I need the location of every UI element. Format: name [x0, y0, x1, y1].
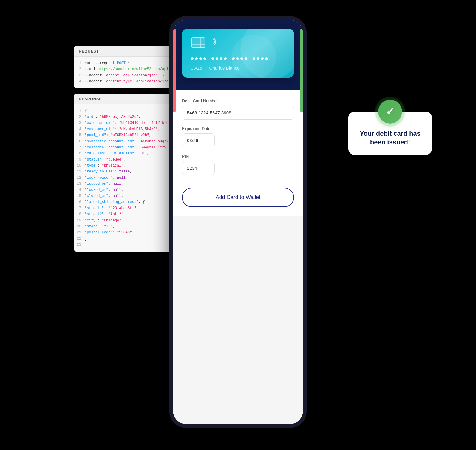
code-line: 15 "closed_at": null,	[76, 193, 185, 199]
dot	[195, 57, 198, 60]
dot-group-3	[232, 57, 247, 60]
code-line: 11 "ready_to_use": false,	[76, 169, 185, 175]
card-number-group: Debit Card Number	[182, 98, 294, 120]
dot	[253, 57, 255, 60]
dot	[236, 57, 239, 60]
code-line: 17 "street1": "123 Abc St.",	[76, 205, 185, 211]
dot	[211, 57, 214, 60]
dot	[216, 57, 218, 60]
code-line: 22 }	[76, 236, 185, 242]
left-indicator	[173, 29, 176, 112]
code-line: 2 "uid": "h9MzupcjtA3LPW2e",	[76, 114, 185, 120]
card-chip-row	[191, 37, 285, 48]
card-expiry: 03/26	[191, 65, 202, 70]
right-indicator	[300, 29, 303, 112]
form-section: Debit Card Number Expiration Date PIN Ad…	[173, 90, 303, 216]
card-number-dots	[191, 57, 285, 60]
expiry-group: Expiration Date	[182, 126, 294, 147]
success-title: Your debit card has been issued!	[356, 130, 425, 147]
card-footer: 03/26 Charles Bianco	[191, 65, 285, 70]
code-line: 9 "status": "queued",	[76, 157, 185, 163]
card-holder-name: Charles Bianco	[209, 65, 240, 70]
expiry-input[interactable]	[182, 133, 215, 147]
code-line: 1 curl --request POST \	[76, 60, 185, 66]
code-line: 21 "postal_code": "12345"	[76, 229, 185, 235]
dot	[203, 57, 206, 60]
code-line: 2 --url https://sandbox.newline53.com/ap…	[76, 66, 185, 72]
code-line: 18 "street2": "Apt 2",	[76, 211, 185, 217]
code-line: 13 "issued_on": null,	[76, 181, 185, 187]
add-card-to-wallet-button[interactable]: Add Card to Wallet	[182, 188, 294, 207]
code-line: 4 --header 'content-type: application/js…	[76, 78, 185, 84]
dot	[265, 57, 268, 60]
code-line: 3 --header 'accept: application/json' \	[76, 73, 185, 78]
code-line: 4 "customer_uid": "uKxmLxUEiSj5h4M3",	[76, 126, 185, 132]
code-line: 14 "locked_at": null,	[76, 187, 185, 193]
code-line: 7 "custodial_account_uid": "Gw4gr1T81Yrv…	[76, 144, 185, 150]
check-icon: ✓	[386, 105, 395, 118]
dot	[261, 57, 264, 60]
code-line: 6 "synthetic_account_uid": "4XkJnsfHsuqr…	[76, 138, 185, 144]
dot-group-2	[211, 57, 227, 60]
scene: REQUEST 1 curl --request POST \ 2 --url …	[74, 16, 402, 434]
debit-card: 03/26 Charles Bianco	[182, 29, 294, 78]
dot-group-1	[191, 57, 206, 60]
pin-label: PIN	[182, 154, 294, 159]
dot	[220, 57, 222, 60]
code-line: 3 "external_uid": "9b463440-deff-4ff2-bf…	[76, 120, 185, 126]
code-line: 8 "card_last_four_digits": null,	[76, 150, 185, 156]
dot	[245, 57, 247, 60]
phone-screen: 03/26 Charles Bianco Debit Card Number E…	[173, 20, 303, 424]
code-line: 1{	[76, 108, 185, 114]
contactless-icon	[209, 38, 218, 48]
card-number-label: Debit Card Number	[182, 98, 294, 103]
code-line: 12 "lock_reason": null,	[76, 175, 185, 181]
dot	[257, 57, 259, 60]
dot-group-4	[253, 57, 268, 60]
code-line: 10 "type": "physical",	[76, 163, 185, 169]
dot	[232, 57, 235, 60]
success-toast: ✓ Your debit card has been issued!	[348, 112, 432, 155]
dot	[224, 57, 227, 60]
pin-input[interactable]	[182, 161, 215, 175]
pin-group: PIN	[182, 154, 294, 175]
phone: 03/26 Charles Bianco Debit Card Number E…	[169, 16, 307, 428]
svg-rect-0	[191, 38, 205, 48]
dot	[240, 57, 243, 60]
dot	[191, 57, 194, 60]
success-circle: ✓	[378, 100, 402, 124]
chip-icon	[191, 37, 206, 48]
dot	[199, 57, 202, 60]
card-section: 03/26 Charles Bianco	[173, 20, 303, 90]
card-number-input[interactable]	[182, 106, 294, 120]
code-line: 19 "city": "Chicago",	[76, 218, 185, 224]
expiry-label: Expiration Date	[182, 126, 294, 131]
code-line: 16 "latest_shipping_address": {	[76, 199, 185, 205]
code-line: 5 "pool_uid": "wTSMX1GubP21ev2h",	[76, 132, 185, 138]
code-line: 23}	[76, 242, 185, 248]
code-line: 20 "state": "IL",	[76, 224, 185, 229]
